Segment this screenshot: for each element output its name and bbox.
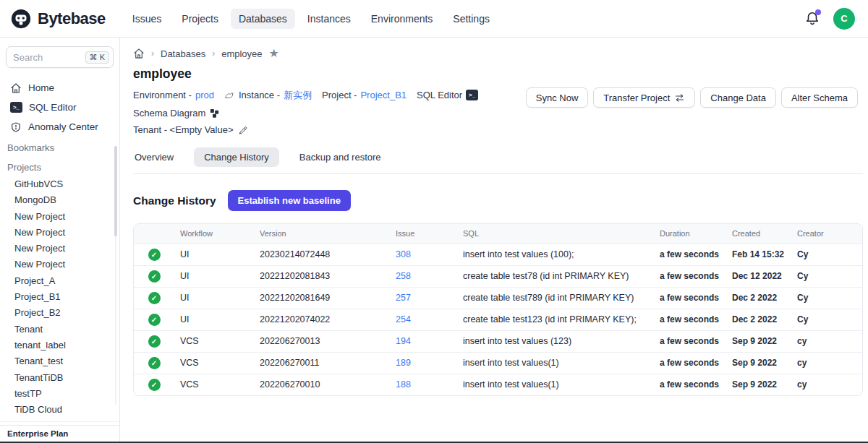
sql-editor-icon[interactable]: >_ [466, 90, 478, 100]
establish-baseline-button[interactable]: Establish new baseline [228, 190, 351, 211]
status-cell: ✓ [134, 309, 174, 330]
breadcrumb-databases[interactable]: Databases [161, 48, 205, 59]
sidebar-project-new-project-2[interactable]: New Project [0, 208, 119, 224]
tab-overview[interactable]: Overview [133, 147, 175, 167]
sidebar-project-new-project-3[interactable]: New Project [0, 224, 119, 240]
tab-backup-and-restore[interactable]: Backup and restore [298, 147, 383, 167]
favorite-star-icon[interactable]: ★ [269, 48, 279, 59]
sidebar-item-sql-editor[interactable]: >_ SQL Editor [0, 98, 119, 117]
breadcrumb-employee[interactable]: employee [221, 48, 262, 59]
alter-schema-button[interactable]: Alter Schema [781, 87, 858, 108]
shield-icon [10, 121, 22, 133]
version-cell: 20230214072448 [254, 244, 390, 265]
sidebar-project-new-project-4[interactable]: New Project [0, 240, 119, 256]
database-engine-icon [224, 90, 235, 100]
column-header-issue: Issue [390, 224, 457, 244]
tab-bar: OverviewChange HistoryBackup and restore [133, 147, 863, 174]
creator-cell: Cy [791, 287, 862, 309]
plan-badge: Enterprise Plan [0, 425, 119, 443]
search-placeholder: Search [13, 52, 85, 63]
status-cell: ✓ [134, 265, 174, 287]
sidebar-project-tenanttidb-12[interactable]: TenantTiDB [0, 369, 119, 385]
nav-item-issues[interactable]: Issues [124, 9, 169, 29]
issue-link[interactable]: 194 [396, 336, 411, 346]
nav-item-databases[interactable]: Databases [231, 9, 295, 29]
section-title: Change History [133, 194, 216, 207]
edit-pencil-icon[interactable] [238, 125, 248, 135]
nav-item-instances[interactable]: Instances [299, 9, 359, 29]
created-cell: Sep 9 2022 [726, 330, 791, 352]
issue-link[interactable]: 257 [396, 293, 411, 303]
issue-link[interactable]: 189 [396, 358, 411, 368]
version-cell: 202206270011 [254, 352, 390, 374]
sidebar-project-project-b2-8[interactable]: Project_B2 [0, 304, 119, 320]
schema-diagram-link-label: Schema Diagram [133, 106, 205, 121]
duration-cell: a few seconds [654, 265, 726, 287]
sql-editor-link-label: SQL Editor [417, 87, 462, 103]
database-meta: Environment - prod Instance - 新实例 Projec… [133, 87, 526, 137]
success-check-icon: ✓ [148, 292, 161, 304]
sidebar-project-tenant-9[interactable]: Tenant [0, 321, 119, 337]
duration-cell: a few seconds [654, 287, 726, 309]
notification-dot [815, 9, 821, 15]
creator-cell: cy [791, 330, 862, 352]
page-title: employee [133, 66, 863, 82]
change-history-table: WorkflowVersionIssueSQLDurationCreatedCr… [133, 223, 863, 396]
table-row: ✓VCS202206270013194insert into test valu… [134, 330, 862, 352]
issue-cell: 194 [390, 330, 457, 352]
nav-item-environments[interactable]: Environments [363, 9, 441, 29]
workflow-cell: VCS [174, 330, 254, 352]
issue-link[interactable]: 188 [396, 379, 411, 390]
sql-cell: insert into test values (123) [457, 330, 654, 352]
user-avatar[interactable]: C [833, 8, 855, 30]
created-cell: Feb 14 15:32 [726, 244, 791, 265]
issue-link[interactable]: 254 [396, 314, 411, 324]
sidebar-item-label: Home [28, 82, 54, 93]
sidebar-divider [0, 421, 119, 422]
creator-cell: Cy [791, 265, 862, 287]
environment-link[interactable]: prod [195, 87, 214, 103]
creator-cell: cy [791, 352, 862, 374]
schema-diagram-icon[interactable] [209, 108, 220, 119]
issue-cell: 257 [390, 287, 457, 309]
sidebar-item-home[interactable]: Home [0, 78, 119, 98]
issue-link[interactable]: 308 [396, 249, 411, 259]
sidebar-scrollbar-thumb[interactable] [114, 146, 117, 236]
tab-change-history[interactable]: Change History [194, 147, 279, 167]
duration-cell: a few seconds [654, 374, 726, 395]
transfer-project-button[interactable]: Transfer Project [593, 87, 695, 108]
sidebar-item-label: SQL Editor [29, 102, 77, 113]
sql-editor-icon: >_ [10, 102, 22, 113]
environment-label: Environment - [133, 87, 192, 103]
nav-item-projects[interactable]: Projects [174, 9, 226, 29]
workflow-cell: UI [174, 244, 254, 265]
sidebar-project-project-a-6[interactable]: Project_A [0, 272, 119, 288]
sidebar-item-anomaly-center[interactable]: Anomaly Center [0, 117, 119, 137]
search-input[interactable]: Search ⌘ K [6, 46, 114, 68]
sidebar-project-project-b1-7[interactable]: Project_B1 [0, 288, 119, 304]
project-link[interactable]: Project_B1 [360, 87, 407, 103]
issue-cell: 188 [390, 374, 457, 395]
nav-item-settings[interactable]: Settings [445, 9, 498, 29]
success-check-icon: ✓ [148, 357, 161, 369]
creator-cell: cy [791, 374, 862, 395]
sidebar-project-githubvcs-0[interactable]: GitHubVCS [0, 176, 119, 192]
brand-name: Bytebase [38, 9, 106, 28]
change-data-button[interactable]: Change Data [700, 87, 776, 108]
home-icon [10, 82, 22, 94]
instance-link[interactable]: 新实例 [284, 87, 312, 103]
sidebar-project-tenant-label-10[interactable]: tenant_label [0, 337, 119, 353]
sync-now-button[interactable]: Sync Now [526, 87, 589, 108]
bytebase-logo[interactable]: Bytebase [10, 8, 106, 30]
sidebar-project-testtp-13[interactable]: testTP [0, 385, 119, 401]
top-navbar: Bytebase IssuesProjectsDatabasesInstance… [0, 0, 868, 38]
sidebar-project-mongodb-1[interactable]: MongoDB [0, 192, 119, 207]
issue-cell: 258 [390, 265, 457, 287]
sidebar-project-new-project-5[interactable]: New Project [0, 256, 119, 272]
sidebar-project-tidb-cloud-14[interactable]: TiDB Cloud [0, 401, 119, 417]
issue-link[interactable]: 258 [396, 271, 411, 281]
sidebar-project-tenant-test-11[interactable]: Tenant_test [0, 353, 119, 369]
breadcrumb-home-icon[interactable] [133, 48, 145, 59]
duration-cell: a few seconds [654, 244, 726, 265]
notifications-button[interactable] [804, 11, 820, 27]
